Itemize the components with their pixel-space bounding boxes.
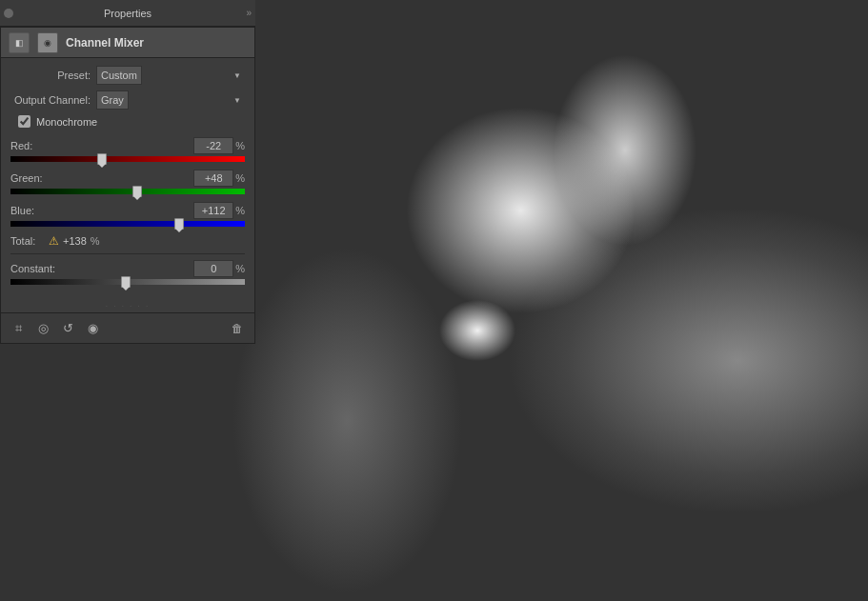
green-value-input[interactable]	[193, 170, 233, 187]
window-top-bar: Properties »	[0, 0, 255, 27]
blue-slider-track[interactable]	[10, 221, 245, 227]
toolbar-icons-right: 🗑	[228, 319, 247, 338]
green-label: Green:	[10, 172, 49, 184]
panel-title: Channel Mixer	[66, 36, 144, 50]
green-slider-thumb[interactable]	[132, 186, 142, 197]
preset-label: Preset:	[10, 70, 96, 81]
total-unit: %	[91, 235, 100, 247]
window-collapse-button[interactable]: »	[246, 8, 252, 18]
panel-header: ◧ ◉ Channel Mixer	[1, 28, 254, 58]
bottom-toolbar: ⌗ ◎ ↺ ◉ 🗑	[1, 312, 254, 343]
output-channel-select[interactable]: Gray	[96, 90, 129, 110]
red-slider-header: Red: %	[10, 137, 245, 154]
constant-slider-header: Constant: %	[10, 260, 245, 277]
history-icon[interactable]: ↺	[58, 319, 77, 338]
green-slider-section: Green: %	[10, 170, 245, 194]
constant-unit: %	[235, 263, 245, 274]
blue-slider-thumb[interactable]	[174, 218, 184, 230]
layer-icon: ◉	[37, 32, 58, 53]
adjustment-icon: ◧	[9, 32, 30, 53]
monochrome-checkbox[interactable]	[18, 115, 30, 128]
total-value: +138	[63, 235, 87, 247]
divider	[10, 253, 245, 254]
red-slider-track[interactable]	[10, 156, 245, 162]
warning-icon: ⚠	[49, 234, 59, 248]
delete-icon[interactable]: 🗑	[228, 319, 247, 338]
constant-slider-section: Constant: %	[10, 260, 245, 285]
blue-slider-header: Blue: %	[10, 202, 245, 219]
green-slider-header: Green: %	[10, 170, 245, 187]
preset-select-wrapper: Custom	[96, 66, 245, 85]
red-value-group: %	[193, 137, 245, 154]
red-label: Red:	[10, 140, 49, 151]
total-label: Total:	[10, 235, 49, 247]
eye-icon[interactable]: ◎	[33, 319, 52, 338]
visibility-icon[interactable]: ◉	[83, 319, 102, 338]
green-slider-track[interactable]	[10, 189, 245, 194]
window-title: Properties	[104, 8, 151, 19]
panel-content: Preset: Custom Output Channel: Gray Mono…	[1, 58, 254, 300]
blue-unit: %	[235, 205, 245, 216]
blue-slider-section: Blue: %	[10, 202, 245, 227]
output-channel-row: Output Channel: Gray	[10, 90, 245, 110]
red-slider-thumb[interactable]	[97, 153, 107, 165]
monochrome-row: Monochrome	[10, 115, 245, 128]
green-value-group: %	[193, 170, 245, 187]
monochrome-label: Monochrome	[36, 116, 97, 128]
constant-slider-thumb[interactable]	[121, 276, 131, 288]
output-channel-label: Output Channel:	[10, 94, 96, 106]
output-channel-select-wrapper: Gray	[96, 90, 245, 110]
resize-handle[interactable]: · · · · · ·	[1, 300, 254, 312]
constant-slider-track[interactable]	[10, 279, 245, 285]
clip-icon[interactable]: ⌗	[9, 319, 28, 338]
total-row: Total: ⚠ +138 %	[10, 234, 245, 248]
toolbar-icons-left: ⌗ ◎ ↺ ◉	[9, 319, 102, 338]
green-unit: %	[235, 172, 245, 184]
red-unit: %	[235, 140, 245, 151]
red-value-input[interactable]	[193, 137, 233, 154]
window-close-button[interactable]	[4, 9, 13, 18]
blue-value-input[interactable]	[193, 202, 233, 219]
blue-label: Blue:	[10, 205, 49, 216]
preset-select[interactable]: Custom	[96, 66, 142, 85]
constant-value-group: %	[193, 260, 245, 277]
constant-value-input[interactable]	[193, 260, 233, 277]
red-slider-section: Red: %	[10, 137, 245, 162]
constant-label: Constant:	[10, 263, 55, 274]
preset-row: Preset: Custom	[10, 66, 245, 85]
blue-value-group: %	[193, 202, 245, 219]
properties-panel: ◧ ◉ Channel Mixer Preset: Custom Output …	[0, 27, 255, 344]
